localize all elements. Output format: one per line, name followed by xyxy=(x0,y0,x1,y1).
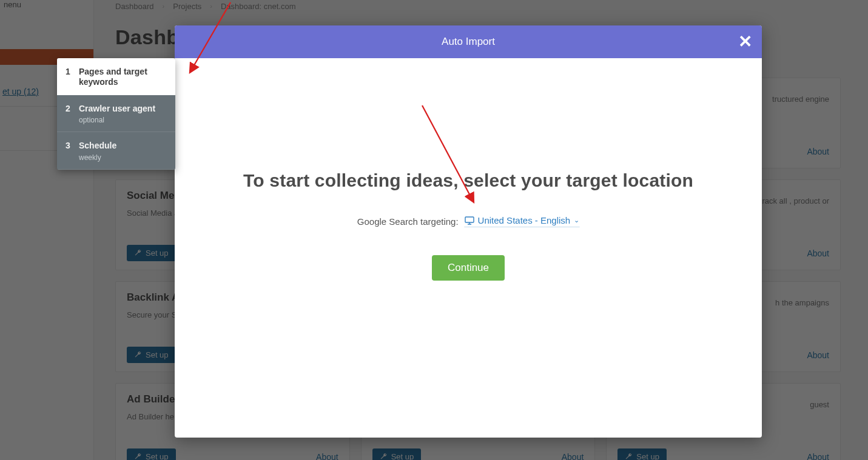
step-number: 2 xyxy=(66,104,79,125)
modal-heading: To start collecting ideas, select your t… xyxy=(243,170,693,191)
svg-rect-0 xyxy=(465,217,474,222)
modal-title: Auto Import xyxy=(442,36,495,48)
step-subtitle: weekly xyxy=(79,153,167,162)
wizard-step-2[interactable]: 2 Crawler user agent optional xyxy=(57,95,175,133)
step-title: Crawler user agent xyxy=(79,104,167,114)
step-number: 3 xyxy=(66,141,79,162)
target-row: Google Search targeting: United States -… xyxy=(357,215,579,227)
auto-import-modal: Auto Import ✕ To start collecting ideas,… xyxy=(175,25,762,438)
modal-body: To start collecting ideas, select your t… xyxy=(175,58,762,438)
chevron-down-icon: ⌄ xyxy=(574,216,579,224)
wizard-step-1[interactable]: 1 Pages and target keywords xyxy=(57,58,175,95)
step-title: Schedule xyxy=(79,141,167,151)
target-location-dropdown[interactable]: United States - English ⌄ xyxy=(465,215,580,227)
wizard-steps-panel: 1 Pages and target keywords 2 Crawler us… xyxy=(57,58,175,170)
step-subtitle: optional xyxy=(79,116,167,124)
continue-button-label: Continue xyxy=(448,262,489,273)
desktop-icon xyxy=(465,216,474,225)
modal-header: Auto Import ✕ xyxy=(175,25,762,58)
continue-button[interactable]: Continue xyxy=(432,255,505,281)
target-value: United States - English xyxy=(478,215,571,225)
step-number: 1 xyxy=(66,67,79,87)
step-title: Pages and target keywords xyxy=(79,67,167,87)
close-icon[interactable]: ✕ xyxy=(738,33,752,50)
target-label: Google Search targeting: xyxy=(357,216,459,227)
wizard-step-3[interactable]: 3 Schedule weekly xyxy=(57,132,175,170)
